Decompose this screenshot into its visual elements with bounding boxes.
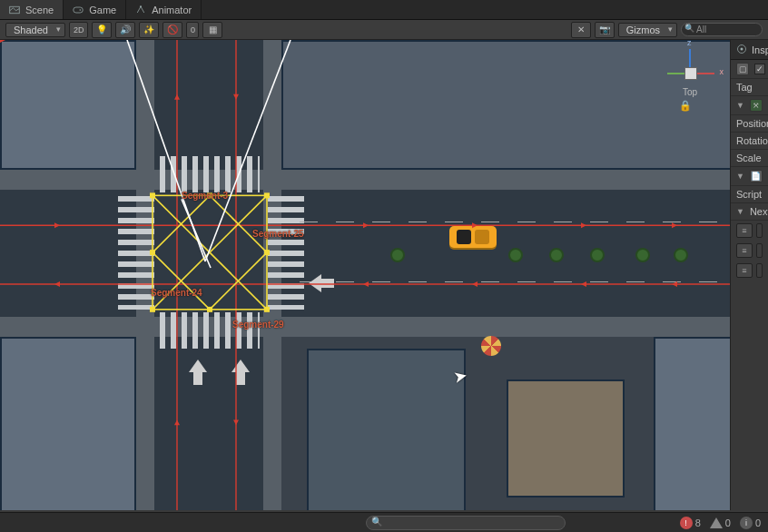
gameobject-header[interactable]: ▢ ✓ [731,60,768,79]
building-block [654,337,730,510]
scene-hidden-count[interactable]: 0 [186,22,199,38]
chevron-down-icon: ▼ [736,172,744,181]
orientation-label: Top [663,87,717,97]
road-arrow [189,360,207,385]
segment-label: Segment-25 [252,229,304,239]
segment-label: Segment-3 [182,191,228,201]
console-errors-badge[interactable]: ! 8 [680,517,701,529]
tab-game[interactable]: Game [64,0,126,19]
svg-point-42 [741,47,743,50]
rotation-label: Rotation [736,135,768,146]
console-info-badge[interactable]: i 0 [740,517,761,529]
object-field[interactable] [756,223,763,238]
scene-camera-button[interactable]: 📷 [595,22,615,38]
tab-animator[interactable]: Animator [126,0,202,19]
transform-icon: ⤧ [750,99,763,112]
transform-component-header[interactable]: ▼ ⤧ [731,96,768,115]
object-field[interactable] [756,243,763,258]
inspector-panel: Inspector ▢ ✓ Tag ▼ ⤧ Position Rotation … [730,40,768,510]
gizmos-dropdown[interactable]: Gizmos [618,23,677,37]
audio-icon: 🔊 [120,25,131,34]
inspector-tab-label: Inspector [752,44,768,55]
tag-row[interactable]: Tag [731,79,768,96]
warning-icon [710,517,723,528]
cube-icon: ▢ [736,63,749,75]
tab-inspector[interactable]: Inspector [731,40,768,60]
info-count: 0 [755,517,761,528]
tree [674,248,688,262]
segment-label: Segment-29 [232,320,284,330]
tab-game-label: Game [89,5,116,15]
sidewalk [0,170,730,190]
scene-toolbar: Shaded 2D 💡 🔊 ✨ 🚫 0 ▦ ✕ 📷 Gizmos All [0,20,768,40]
info-icon: i [740,517,753,529]
shading-mode-dropdown[interactable]: Shaded [5,23,65,37]
lightbulb-icon: 💡 [96,25,107,34]
position-label: Position [736,118,768,129]
crosswalk [160,156,260,192]
tab-scene-label: Scene [25,5,54,15]
tree [635,248,650,262]
grid-icon: ▦ [209,25,217,34]
lock-icon[interactable]: 🔒 [679,100,692,112]
drag-handle-icon[interactable]: ≡ [736,263,753,278]
status-bar: ! 8 0 i 0 [0,512,768,532]
segment-label: Segment-24 [151,288,202,298]
scene-icon [9,5,20,15]
scene-grid-toggle[interactable]: ▦ [202,22,222,38]
svg-point-2 [80,9,82,11]
eye-off-icon: 🚫 [167,25,178,34]
toggle-2d-button[interactable]: 2D [69,22,89,38]
building-block [0,337,136,510]
status-search-input[interactable] [366,516,566,530]
next-array-header[interactable]: ▼ Next [731,203,768,221]
drag-handle-icon[interactable]: ≡ [736,243,753,258]
scale-label: Scale [736,153,762,163]
scene-search-input[interactable]: All [681,23,763,36]
road-arrow [309,274,334,292]
gizmo-cube-icon [684,67,697,80]
tool-settings-button[interactable]: ✕ [571,22,591,38]
warning-count: 0 [725,517,731,528]
game-icon [73,5,84,15]
tag-label: Tag [736,82,753,93]
tab-animator-label: Animator [152,5,192,15]
editor-tab-bar: Scene Game Animator [0,0,768,20]
script-component-header[interactable]: ▼ 📄 [731,167,768,186]
list-item[interactable]: ≡ [731,261,768,281]
road-horizontal [0,190,730,317]
error-count: 8 [695,517,701,528]
tab-scene[interactable]: Scene [0,0,64,19]
scene-audio-toggle[interactable]: 🔊 [115,22,135,38]
transform-position-row: Position [731,115,768,133]
list-item[interactable]: ≡ [731,221,768,241]
object-field[interactable] [756,263,763,278]
scene-visibility-toggle[interactable]: 🚫 [162,22,182,38]
scene-viewport[interactable]: Segment-3 Segment-25 Segment-24 Segment-… [0,40,730,510]
chevron-down-icon: ▼ [736,101,744,110]
axis-z-icon [689,49,691,69]
next-label: Next [750,206,768,217]
transform-scale-row: Scale [731,150,768,167]
scene-light-toggle[interactable]: 💡 [92,22,112,38]
lane-marking [300,281,730,282]
tree [549,248,564,262]
scene-fx-toggle[interactable]: ✨ [139,22,159,38]
lane-marking [300,222,730,222]
gameobject-active-checkbox[interactable]: ✓ [754,64,765,74]
script-field-row: Script [731,186,768,203]
fx-icon: ✨ [143,25,154,34]
road-vertical [154,40,263,510]
umbrella-prop [481,336,501,356]
drag-handle-icon[interactable]: ≡ [736,223,753,238]
vehicle-taxi [449,226,497,248]
error-icon: ! [680,517,693,529]
list-item[interactable]: ≡ [731,241,768,261]
console-warnings-badge[interactable]: 0 [710,517,731,528]
tree [590,248,605,262]
scene-search-placeholder: All [696,25,706,34]
svg-point-3 [140,5,142,7]
orientation-gizmo[interactable]: Top 🔒 [663,49,717,114]
toggle-2d-label: 2D [74,25,84,34]
building-block [507,379,625,498]
